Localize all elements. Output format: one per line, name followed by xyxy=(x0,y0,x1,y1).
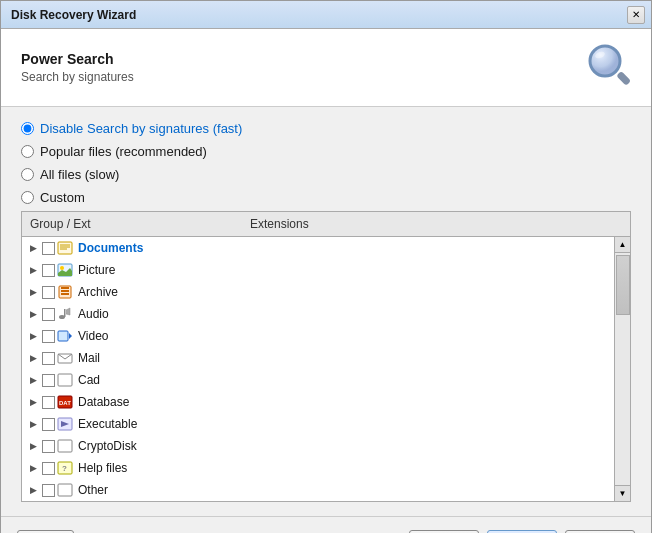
other-icon xyxy=(57,482,73,498)
item-name: Documents xyxy=(78,241,143,255)
file-list-body: ▶ Documents xyxy=(22,237,630,501)
cryptodisk-icon xyxy=(57,438,73,454)
svg-rect-10 xyxy=(61,287,69,289)
item-name: Picture xyxy=(78,263,115,277)
list-item[interactable]: ▶ CryptoDisk xyxy=(22,435,614,457)
archive-icon xyxy=(57,284,73,300)
item-name: Mail xyxy=(78,351,100,365)
cad-icon xyxy=(57,372,73,388)
expand-icon[interactable]: ▶ xyxy=(26,417,40,431)
magnifier-icon xyxy=(585,41,635,94)
svg-rect-26 xyxy=(58,484,72,496)
video-icon xyxy=(57,328,73,344)
file-list-header: Group / Ext Extensions xyxy=(22,212,630,237)
svg-rect-15 xyxy=(58,331,68,341)
scroll-up-button[interactable]: ▲ xyxy=(615,237,631,253)
item-name: CryptoDisk xyxy=(78,439,137,453)
list-item[interactable]: ▶ Audio xyxy=(22,303,614,325)
svg-rect-18 xyxy=(58,374,72,386)
expand-icon[interactable]: ▶ xyxy=(26,483,40,497)
item-name: Database xyxy=(78,395,129,409)
expand-icon[interactable]: ▶ xyxy=(26,351,40,365)
item-checkbox[interactable] xyxy=(42,352,55,365)
svg-rect-11 xyxy=(61,290,69,292)
expand-icon[interactable]: ▶ xyxy=(26,307,40,321)
list-item[interactable]: ▶ DAT Database xyxy=(22,391,614,413)
item-checkbox[interactable] xyxy=(42,396,55,409)
database-icon: DAT xyxy=(57,394,73,410)
item-checkbox[interactable] xyxy=(42,308,55,321)
svg-point-8 xyxy=(60,266,64,270)
item-checkbox[interactable] xyxy=(42,242,55,255)
expand-icon[interactable]: ▶ xyxy=(26,373,40,387)
expand-icon[interactable]: ▶ xyxy=(26,241,40,255)
scroll-track[interactable] xyxy=(615,253,631,485)
scroll-thumb[interactable] xyxy=(616,255,630,315)
item-checkbox[interactable] xyxy=(42,462,55,475)
file-list-items: ▶ Documents xyxy=(22,237,614,501)
col-group-ext: Group / Ext xyxy=(22,215,242,233)
list-item[interactable]: ▶ Other xyxy=(22,479,614,501)
list-item[interactable]: ▶ Executable xyxy=(22,413,614,435)
option-all[interactable]: All files (slow) xyxy=(21,167,631,182)
expand-icon[interactable]: ▶ xyxy=(26,395,40,409)
item-name: Help files xyxy=(78,461,127,475)
back-button[interactable]: < Back xyxy=(409,530,479,534)
main-content: Disable Search by signatures (fast) Popu… xyxy=(1,107,651,516)
option-disable[interactable]: Disable Search by signatures (fast) xyxy=(21,121,631,136)
svg-point-1 xyxy=(590,46,620,76)
documents-icon xyxy=(57,240,73,256)
option-disable-label: Disable Search by signatures (fast) xyxy=(40,121,242,136)
option-custom[interactable]: Custom xyxy=(21,190,631,205)
help-button[interactable]: Help xyxy=(17,530,74,534)
content-area: Power Search Search by signatures xyxy=(1,29,651,516)
svg-rect-0 xyxy=(616,71,631,86)
executable-icon xyxy=(57,416,73,432)
list-item[interactable]: ▶ Picture xyxy=(22,259,614,281)
list-item[interactable]: ▶ Documents xyxy=(22,237,614,259)
item-checkbox[interactable] xyxy=(42,286,55,299)
list-item[interactable]: ▶ ? Help files xyxy=(22,457,614,479)
option-popular-label: Popular files (recommended) xyxy=(40,144,207,159)
list-item[interactable]: ▶ Archive xyxy=(22,281,614,303)
audio-icon xyxy=(57,306,73,322)
mail-icon xyxy=(57,350,73,366)
window-title: Disk Recovery Wizard xyxy=(11,8,136,22)
close-button[interactable]: ✕ xyxy=(627,6,645,24)
svg-marker-16 xyxy=(69,333,72,339)
footer: Help < Back Next > Cancel xyxy=(1,516,651,533)
scroll-down-button[interactable]: ▼ xyxy=(615,485,631,501)
list-item[interactable]: ▶ Mail xyxy=(22,347,614,369)
cancel-button[interactable]: Cancel xyxy=(565,530,635,534)
file-list-container: Group / Ext Extensions ▶ xyxy=(21,211,631,502)
scrollbar[interactable]: ▲ ▼ xyxy=(614,237,630,501)
expand-icon[interactable]: ▶ xyxy=(26,263,40,277)
page-title: Power Search xyxy=(21,51,134,67)
list-item[interactable]: ▶ Cad xyxy=(22,369,614,391)
item-checkbox[interactable] xyxy=(42,330,55,343)
picture-icon xyxy=(57,262,73,278)
item-checkbox[interactable] xyxy=(42,440,55,453)
item-name: Cad xyxy=(78,373,100,387)
list-item[interactable]: ▶ Video xyxy=(22,325,614,347)
item-checkbox[interactable] xyxy=(42,264,55,277)
svg-rect-14 xyxy=(64,309,66,317)
svg-text:?: ? xyxy=(62,464,67,473)
expand-icon[interactable]: ▶ xyxy=(26,285,40,299)
item-checkbox[interactable] xyxy=(42,484,55,497)
expand-icon[interactable]: ▶ xyxy=(26,461,40,475)
item-name: Other xyxy=(78,483,108,497)
item-checkbox[interactable] xyxy=(42,374,55,387)
title-bar: Disk Recovery Wizard ✕ xyxy=(1,1,651,29)
svg-rect-23 xyxy=(58,440,72,452)
item-checkbox[interactable] xyxy=(42,418,55,431)
header-section: Power Search Search by signatures xyxy=(1,29,651,107)
expand-icon[interactable]: ▶ xyxy=(26,439,40,453)
svg-rect-3 xyxy=(58,242,72,254)
item-name: Executable xyxy=(78,417,137,431)
option-custom-label: Custom xyxy=(40,190,85,205)
next-button[interactable]: Next > xyxy=(487,530,556,534)
option-popular[interactable]: Popular files (recommended) xyxy=(21,144,631,159)
expand-icon[interactable]: ▶ xyxy=(26,329,40,343)
col-extensions: Extensions xyxy=(242,215,317,233)
